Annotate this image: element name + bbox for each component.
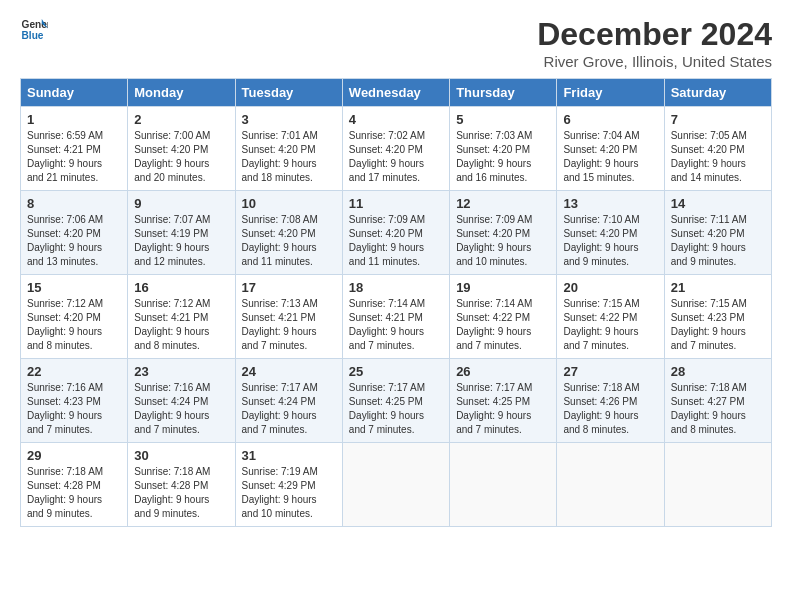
calendar-header-cell: Monday bbox=[128, 79, 235, 107]
calendar-header-cell: Saturday bbox=[664, 79, 771, 107]
calendar-day-cell: 4 Sunrise: 7:02 AM Sunset: 4:20 PM Dayli… bbox=[342, 107, 449, 191]
day-info: Sunrise: 7:12 AM Sunset: 4:20 PM Dayligh… bbox=[27, 297, 121, 353]
day-info: Sunrise: 7:18 AM Sunset: 4:27 PM Dayligh… bbox=[671, 381, 765, 437]
day-number: 17 bbox=[242, 280, 336, 295]
calendar-week-row: 15 Sunrise: 7:12 AM Sunset: 4:20 PM Dayl… bbox=[21, 275, 772, 359]
calendar-day-cell: 30 Sunrise: 7:18 AM Sunset: 4:28 PM Dayl… bbox=[128, 443, 235, 527]
calendar-week-row: 29 Sunrise: 7:18 AM Sunset: 4:28 PM Dayl… bbox=[21, 443, 772, 527]
calendar-header-cell: Tuesday bbox=[235, 79, 342, 107]
calendar-day-cell: 16 Sunrise: 7:12 AM Sunset: 4:21 PM Dayl… bbox=[128, 275, 235, 359]
calendar-day-cell: 24 Sunrise: 7:17 AM Sunset: 4:24 PM Dayl… bbox=[235, 359, 342, 443]
day-number: 22 bbox=[27, 364, 121, 379]
day-info: Sunrise: 7:09 AM Sunset: 4:20 PM Dayligh… bbox=[349, 213, 443, 269]
calendar-day-cell: 17 Sunrise: 7:13 AM Sunset: 4:21 PM Dayl… bbox=[235, 275, 342, 359]
calendar-day-cell: 28 Sunrise: 7:18 AM Sunset: 4:27 PM Dayl… bbox=[664, 359, 771, 443]
day-info: Sunrise: 7:18 AM Sunset: 4:28 PM Dayligh… bbox=[27, 465, 121, 521]
day-info: Sunrise: 7:17 AM Sunset: 4:25 PM Dayligh… bbox=[349, 381, 443, 437]
calendar-day-cell: 31 Sunrise: 7:19 AM Sunset: 4:29 PM Dayl… bbox=[235, 443, 342, 527]
header: General Blue December 2024 River Grove, … bbox=[20, 16, 772, 70]
page-subtitle: River Grove, Illinois, United States bbox=[537, 53, 772, 70]
calendar-day-cell: 26 Sunrise: 7:17 AM Sunset: 4:25 PM Dayl… bbox=[450, 359, 557, 443]
day-number: 1 bbox=[27, 112, 121, 127]
calendar-day-cell: 22 Sunrise: 7:16 AM Sunset: 4:23 PM Dayl… bbox=[21, 359, 128, 443]
calendar-day-cell: 5 Sunrise: 7:03 AM Sunset: 4:20 PM Dayli… bbox=[450, 107, 557, 191]
calendar-day-cell: 15 Sunrise: 7:12 AM Sunset: 4:20 PM Dayl… bbox=[21, 275, 128, 359]
day-number: 29 bbox=[27, 448, 121, 463]
calendar-table: SundayMondayTuesdayWednesdayThursdayFrid… bbox=[20, 78, 772, 527]
day-info: Sunrise: 7:10 AM Sunset: 4:20 PM Dayligh… bbox=[563, 213, 657, 269]
day-number: 5 bbox=[456, 112, 550, 127]
calendar-day-cell: 18 Sunrise: 7:14 AM Sunset: 4:21 PM Dayl… bbox=[342, 275, 449, 359]
calendar-header-cell: Thursday bbox=[450, 79, 557, 107]
day-number: 26 bbox=[456, 364, 550, 379]
calendar-day-cell: 19 Sunrise: 7:14 AM Sunset: 4:22 PM Dayl… bbox=[450, 275, 557, 359]
calendar-day-cell: 29 Sunrise: 7:18 AM Sunset: 4:28 PM Dayl… bbox=[21, 443, 128, 527]
day-info: Sunrise: 7:17 AM Sunset: 4:25 PM Dayligh… bbox=[456, 381, 550, 437]
day-info: Sunrise: 7:07 AM Sunset: 4:19 PM Dayligh… bbox=[134, 213, 228, 269]
day-info: Sunrise: 7:16 AM Sunset: 4:24 PM Dayligh… bbox=[134, 381, 228, 437]
calendar-day-cell: 11 Sunrise: 7:09 AM Sunset: 4:20 PM Dayl… bbox=[342, 191, 449, 275]
calendar-day-cell bbox=[664, 443, 771, 527]
day-number: 7 bbox=[671, 112, 765, 127]
calendar-day-cell bbox=[557, 443, 664, 527]
day-number: 16 bbox=[134, 280, 228, 295]
day-info: Sunrise: 7:11 AM Sunset: 4:20 PM Dayligh… bbox=[671, 213, 765, 269]
calendar-header-cell: Wednesday bbox=[342, 79, 449, 107]
day-number: 9 bbox=[134, 196, 228, 211]
calendar-body: 1 Sunrise: 6:59 AM Sunset: 4:21 PM Dayli… bbox=[21, 107, 772, 527]
day-info: Sunrise: 7:13 AM Sunset: 4:21 PM Dayligh… bbox=[242, 297, 336, 353]
day-number: 30 bbox=[134, 448, 228, 463]
calendar-day-cell: 14 Sunrise: 7:11 AM Sunset: 4:20 PM Dayl… bbox=[664, 191, 771, 275]
day-number: 19 bbox=[456, 280, 550, 295]
day-number: 8 bbox=[27, 196, 121, 211]
calendar-week-row: 8 Sunrise: 7:06 AM Sunset: 4:20 PM Dayli… bbox=[21, 191, 772, 275]
calendar-day-cell: 3 Sunrise: 7:01 AM Sunset: 4:20 PM Dayli… bbox=[235, 107, 342, 191]
day-info: Sunrise: 7:15 AM Sunset: 4:22 PM Dayligh… bbox=[563, 297, 657, 353]
day-info: Sunrise: 7:08 AM Sunset: 4:20 PM Dayligh… bbox=[242, 213, 336, 269]
day-info: Sunrise: 7:02 AM Sunset: 4:20 PM Dayligh… bbox=[349, 129, 443, 185]
day-info: Sunrise: 7:17 AM Sunset: 4:24 PM Dayligh… bbox=[242, 381, 336, 437]
day-info: Sunrise: 7:01 AM Sunset: 4:20 PM Dayligh… bbox=[242, 129, 336, 185]
day-info: Sunrise: 7:18 AM Sunset: 4:28 PM Dayligh… bbox=[134, 465, 228, 521]
day-number: 28 bbox=[671, 364, 765, 379]
day-number: 14 bbox=[671, 196, 765, 211]
calendar-day-cell bbox=[342, 443, 449, 527]
day-info: Sunrise: 7:00 AM Sunset: 4:20 PM Dayligh… bbox=[134, 129, 228, 185]
calendar-header-cell: Friday bbox=[557, 79, 664, 107]
calendar-day-cell: 12 Sunrise: 7:09 AM Sunset: 4:20 PM Dayl… bbox=[450, 191, 557, 275]
page-title: December 2024 bbox=[537, 16, 772, 53]
day-info: Sunrise: 7:14 AM Sunset: 4:22 PM Dayligh… bbox=[456, 297, 550, 353]
calendar-header-cell: Sunday bbox=[21, 79, 128, 107]
calendar-day-cell: 6 Sunrise: 7:04 AM Sunset: 4:20 PM Dayli… bbox=[557, 107, 664, 191]
title-block: December 2024 River Grove, Illinois, Uni… bbox=[537, 16, 772, 70]
svg-text:Blue: Blue bbox=[22, 30, 44, 41]
day-number: 27 bbox=[563, 364, 657, 379]
calendar-day-cell: 21 Sunrise: 7:15 AM Sunset: 4:23 PM Dayl… bbox=[664, 275, 771, 359]
calendar-day-cell: 2 Sunrise: 7:00 AM Sunset: 4:20 PM Dayli… bbox=[128, 107, 235, 191]
day-number: 25 bbox=[349, 364, 443, 379]
day-number: 4 bbox=[349, 112, 443, 127]
day-number: 6 bbox=[563, 112, 657, 127]
day-number: 12 bbox=[456, 196, 550, 211]
day-number: 2 bbox=[134, 112, 228, 127]
day-number: 23 bbox=[134, 364, 228, 379]
day-info: Sunrise: 7:05 AM Sunset: 4:20 PM Dayligh… bbox=[671, 129, 765, 185]
calendar-week-row: 1 Sunrise: 6:59 AM Sunset: 4:21 PM Dayli… bbox=[21, 107, 772, 191]
day-number: 13 bbox=[563, 196, 657, 211]
day-number: 11 bbox=[349, 196, 443, 211]
calendar-week-row: 22 Sunrise: 7:16 AM Sunset: 4:23 PM Dayl… bbox=[21, 359, 772, 443]
calendar-day-cell: 25 Sunrise: 7:17 AM Sunset: 4:25 PM Dayl… bbox=[342, 359, 449, 443]
day-number: 18 bbox=[349, 280, 443, 295]
day-number: 21 bbox=[671, 280, 765, 295]
day-info: Sunrise: 7:06 AM Sunset: 4:20 PM Dayligh… bbox=[27, 213, 121, 269]
day-info: Sunrise: 7:15 AM Sunset: 4:23 PM Dayligh… bbox=[671, 297, 765, 353]
day-info: Sunrise: 6:59 AM Sunset: 4:21 PM Dayligh… bbox=[27, 129, 121, 185]
calendar-day-cell: 23 Sunrise: 7:16 AM Sunset: 4:24 PM Dayl… bbox=[128, 359, 235, 443]
day-info: Sunrise: 7:19 AM Sunset: 4:29 PM Dayligh… bbox=[242, 465, 336, 521]
day-number: 20 bbox=[563, 280, 657, 295]
calendar-day-cell: 20 Sunrise: 7:15 AM Sunset: 4:22 PM Dayl… bbox=[557, 275, 664, 359]
day-info: Sunrise: 7:04 AM Sunset: 4:20 PM Dayligh… bbox=[563, 129, 657, 185]
calendar-day-cell: 10 Sunrise: 7:08 AM Sunset: 4:20 PM Dayl… bbox=[235, 191, 342, 275]
calendar-day-cell: 13 Sunrise: 7:10 AM Sunset: 4:20 PM Dayl… bbox=[557, 191, 664, 275]
calendar-day-cell bbox=[450, 443, 557, 527]
